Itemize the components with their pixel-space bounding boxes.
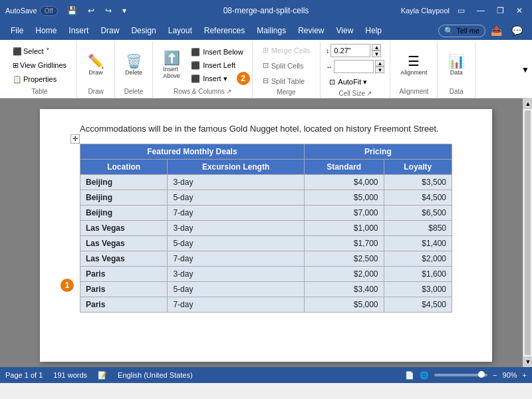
table-cell: 7-day — [168, 297, 304, 312]
customize-button[interactable]: ▾ — [118, 3, 130, 18]
menu-file[interactable]: File — [5, 24, 29, 37]
tell-me-input[interactable]: 🔍 Tell me — [438, 25, 485, 37]
table-row: Las Vegas7-day$2,500$2,000 — [80, 251, 452, 266]
table-controls: ⬛ Select ˅ ⊞ View Gridlines 📋 Properties — [8, 45, 71, 86]
split-table-button[interactable]: ⊟ Split Table — [258, 74, 310, 87]
properties-icon: 📋 — [13, 75, 22, 84]
ribbon-group-alignment: ☰ Alignment Alignment — [390, 41, 438, 98]
split-table-label: Split Table — [271, 77, 305, 85]
menu-draw[interactable]: Draw — [95, 24, 124, 37]
table-cell: $850 — [384, 220, 452, 235]
width-up-button[interactable]: ▲ — [375, 60, 384, 66]
ribbon-group-insert-above: ⬆️ InsertAbove ⬛ Insert Below ⬛ Insert L… — [153, 41, 253, 98]
zoom-plus-button[interactable]: + — [523, 371, 527, 379]
document-body-text: Accommodations will be in the famous Gol… — [80, 122, 452, 136]
table-row: Paris7-day$5,000$4,500 — [80, 297, 452, 312]
width-down-button[interactable]: ▼ — [375, 66, 384, 73]
draw-group-content: ✏️ Draw — [82, 44, 109, 86]
menu-design[interactable]: Design — [126, 24, 161, 37]
table-label-text: Table — [32, 88, 48, 95]
insert-right-button[interactable]: ⬛ Insert ▾ 2 — [188, 72, 247, 85]
ribbon-scroll-button[interactable]: ▼ — [521, 65, 529, 74]
save-button[interactable]: 💾 — [63, 3, 81, 18]
height-down-button[interactable]: ▼ — [372, 51, 381, 57]
zoom-level: 90% — [503, 371, 517, 379]
insert-below-icon: ⬛ — [191, 48, 200, 57]
document-page: Accommodations will be in the famous Gol… — [40, 109, 492, 362]
rows-columns-expand-icon[interactable]: ↗ — [226, 88, 231, 95]
ribbon-scroll-right[interactable]: ▼ — [521, 41, 529, 98]
rows-columns-label: Rows & Columns ↗ — [174, 88, 231, 95]
insert-left-button[interactable]: ⬛ Insert Left — [188, 59, 247, 72]
view-print-icon[interactable]: 📄 — [405, 371, 414, 380]
menu-help[interactable]: Help — [360, 24, 387, 37]
autosave-section: AutoSave Off — [5, 6, 58, 16]
properties-button[interactable]: 📋 Properties — [8, 73, 71, 86]
draw-button[interactable]: ✏️ Draw — [82, 52, 109, 78]
share-button[interactable]: 📤 — [487, 23, 506, 39]
delete-group-label: Delete — [124, 88, 144, 95]
undo-button[interactable]: ↩ — [84, 3, 98, 18]
scroll-down-button[interactable]: ▼ — [523, 356, 532, 367]
ribbon-display-button[interactable]: ▭ — [454, 3, 469, 18]
search-icon: 🔍 — [444, 27, 454, 35]
table-cell: 5-day — [168, 281, 304, 297]
table-move-handle[interactable]: ✛ — [70, 134, 80, 144]
table-row: Beijing7-day$7,000$6,500 — [80, 205, 452, 220]
gridlines-icon: ⊞ — [13, 61, 19, 70]
split-cells-icon: ⊡ — [263, 61, 269, 70]
insert-below-button[interactable]: ⬛ Insert Below — [188, 46, 247, 59]
menu-home[interactable]: Home — [30, 24, 62, 37]
table-cell: $1,000 — [304, 220, 384, 235]
menu-review[interactable]: Review — [293, 24, 329, 37]
autosave-toggle[interactable]: Off — [40, 6, 58, 16]
table-cell: $4,500 — [384, 297, 452, 312]
table-row: Beijing3-day$4,000$3,500 — [80, 174, 452, 190]
split-cells-button[interactable]: ⊡ Split Cells — [258, 59, 309, 72]
insert-above-button[interactable]: ⬆️ InsertAbove — [158, 49, 185, 82]
table-cell: $2,000 — [304, 266, 384, 281]
minimize-button[interactable]: — — [473, 3, 489, 18]
menu-view[interactable]: View — [331, 24, 359, 37]
alignment-group-content: ☰ Alignment — [396, 44, 432, 86]
merge-cells-button[interactable]: ⊞ Merge Cells — [258, 44, 315, 57]
menu-layout[interactable]: Layout — [163, 24, 198, 37]
zoom-slider[interactable] — [434, 374, 487, 376]
table-cell: 7-day — [168, 205, 304, 220]
comments-button[interactable]: 💬 — [507, 23, 527, 39]
view-web-icon[interactable]: 🌐 — [420, 371, 429, 380]
document-scrollbar[interactable]: ▲ ▼ — [523, 98, 532, 367]
table-group-label: Table — [32, 88, 48, 95]
width-input[interactable] — [334, 60, 374, 73]
col-excursion: Excursion Length — [168, 159, 304, 174]
delete-button[interactable]: 🗑️ Delete — [120, 52, 147, 78]
delete-group-content: 🗑️ Delete — [120, 44, 147, 86]
view-gridlines-button[interactable]: ⊞ View Gridlines — [8, 59, 71, 72]
alignment-button[interactable]: ☰ Alignment — [396, 52, 432, 78]
zoom-minus-button[interactable]: − — [493, 371, 497, 379]
table-cell: 3-day — [168, 266, 304, 281]
scroll-thumb[interactable] — [525, 110, 531, 355]
table-cell: 5-day — [168, 190, 304, 205]
pricing-header: Pricing — [304, 144, 452, 159]
scroll-up-button[interactable]: ▲ — [523, 98, 532, 109]
height-up-button[interactable]: ▲ — [372, 44, 381, 51]
height-input[interactable] — [331, 44, 370, 57]
cell-size-expand-icon[interactable]: ↗ — [366, 90, 372, 97]
insert-side-buttons: ⬛ Insert Below ⬛ Insert Left ⬛ Insert ▾ … — [188, 46, 247, 85]
table-cell: $1,400 — [384, 235, 452, 251]
menu-references[interactable]: References — [199, 24, 250, 37]
select-button[interactable]: ⬛ Select ˅ — [8, 45, 71, 58]
menu-insert[interactable]: Insert — [63, 24, 94, 37]
autosave-label: AutoSave — [5, 7, 37, 15]
title-bar-left: AutoSave Off 💾 ↩ ↪ ▾ — [5, 3, 130, 18]
autofit-button[interactable]: ⊡ AutoFit ▾ — [326, 76, 370, 88]
col-loyalty: Loyalty — [384, 159, 452, 174]
close-button[interactable]: ✕ — [512, 3, 527, 18]
menu-mailings[interactable]: Mailings — [251, 24, 291, 37]
data-button[interactable]: 📊 Data — [443, 52, 469, 78]
redo-button[interactable]: ↪ — [101, 3, 116, 18]
table-cell: $4,000 — [304, 174, 384, 190]
maximize-button[interactable]: ❐ — [493, 3, 508, 18]
insert-left-label: Insert Left — [203, 61, 235, 69]
